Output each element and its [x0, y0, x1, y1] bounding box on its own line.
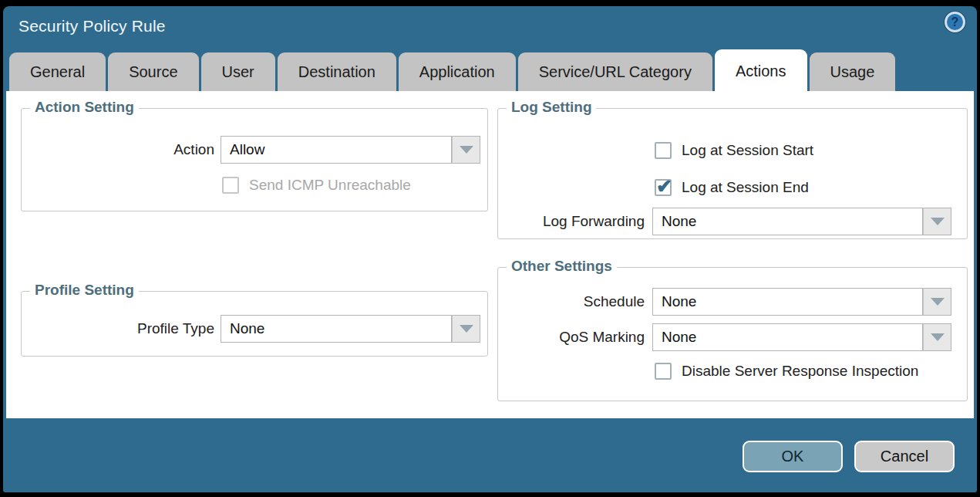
log-session-end-checkbox[interactable]	[655, 179, 672, 196]
log-forwarding-dropdown[interactable]: None	[652, 208, 951, 235]
disable-server-response-inspection-label: Disable Server Response Inspection	[682, 363, 918, 380]
send-icmp-unreachable-row: Send ICMP Unreachable	[222, 176, 411, 194]
chevron-down-icon	[460, 146, 473, 154]
tab-source[interactable]: Source	[108, 52, 198, 91]
tab-actions[interactable]: Actions	[715, 49, 807, 91]
disable-server-response-inspection-checkbox[interactable]	[655, 363, 672, 380]
tab-usage[interactable]: Usage	[810, 52, 896, 91]
qos-marking-dropdown-value[interactable]: None	[652, 323, 923, 351]
disable-server-response-inspection-row: Disable Server Response Inspection	[655, 362, 918, 380]
chevron-down-icon	[931, 218, 945, 225]
log-session-start-label: Log at Session Start	[682, 142, 813, 159]
action-setting-fieldset: Action Setting Action Allow Send ICMP Un…	[21, 108, 488, 211]
tab-user[interactable]: User	[201, 52, 275, 91]
chevron-down-icon	[931, 298, 945, 306]
other-settings-legend: Other Settings	[507, 258, 617, 275]
profile-type-dropdown-value[interactable]: None	[221, 315, 452, 343]
send-icmp-unreachable-checkbox	[222, 177, 239, 194]
schedule-dropdown-button[interactable]	[923, 288, 951, 316]
profile-type-label: Profile Type	[22, 315, 214, 343]
action-dropdown-value[interactable]: Allow	[221, 136, 452, 164]
dialog-content: Action Setting Action Allow Send ICMP Un…	[6, 91, 974, 418]
security-policy-rule-dialog: Security Policy Rule ? GeneralSourceUser…	[3, 6, 977, 492]
tab-application[interactable]: Application	[399, 52, 516, 91]
ok-button[interactable]: OK	[743, 441, 843, 472]
qos-marking-dropdown-button[interactable]	[923, 323, 951, 351]
title-bar: Security Policy Rule	[3, 6, 977, 46]
log-session-end-label: Log at Session End	[682, 179, 809, 196]
profile-type-dropdown[interactable]: None	[221, 315, 480, 343]
tab-destination[interactable]: Destination	[278, 52, 396, 91]
log-setting-legend: Log Setting	[507, 99, 596, 116]
cancel-button[interactable]: Cancel	[854, 441, 955, 472]
log-session-start-checkbox[interactable]	[655, 142, 672, 159]
dialog-title: Security Policy Rule	[19, 17, 166, 36]
schedule-dropdown-value[interactable]: None	[652, 288, 923, 316]
schedule-label: Schedule	[498, 288, 645, 316]
schedule-dropdown[interactable]: None	[652, 288, 951, 316]
action-setting-legend: Action Setting	[30, 99, 139, 116]
profile-setting-legend: Profile Setting	[30, 282, 139, 299]
tab-bar: GeneralSourceUserDestinationApplicationS…	[9, 52, 895, 91]
profile-type-dropdown-button[interactable]	[452, 315, 480, 343]
action-dropdown[interactable]: Allow	[221, 136, 480, 164]
log-forwarding-dropdown-button[interactable]	[923, 208, 951, 235]
log-forwarding-label: Log Forwarding	[498, 208, 645, 235]
qos-marking-label: QoS Marking	[498, 323, 645, 351]
action-label: Action	[22, 136, 214, 164]
other-settings-fieldset: Other Settings Schedule None QoS Marking…	[497, 267, 968, 401]
help-icon[interactable]: ?	[945, 12, 965, 32]
log-session-end-row: Log at Session End	[655, 178, 809, 197]
send-icmp-unreachable-label: Send ICMP Unreachable	[249, 177, 411, 194]
log-setting-fieldset: Log Setting Log at Session Start Log at …	[497, 108, 968, 239]
log-forwarding-dropdown-value[interactable]: None	[652, 208, 923, 235]
action-dropdown-button[interactable]	[452, 136, 480, 164]
chevron-down-icon	[931, 333, 945, 341]
tab-general[interactable]: General	[9, 52, 106, 91]
profile-setting-fieldset: Profile Setting Profile Type None	[21, 291, 488, 357]
qos-marking-dropdown[interactable]: None	[652, 323, 951, 351]
chevron-down-icon	[460, 325, 473, 333]
tab-service-url-category[interactable]: Service/URL Category	[518, 52, 712, 91]
log-session-start-row: Log at Session Start	[655, 141, 813, 160]
